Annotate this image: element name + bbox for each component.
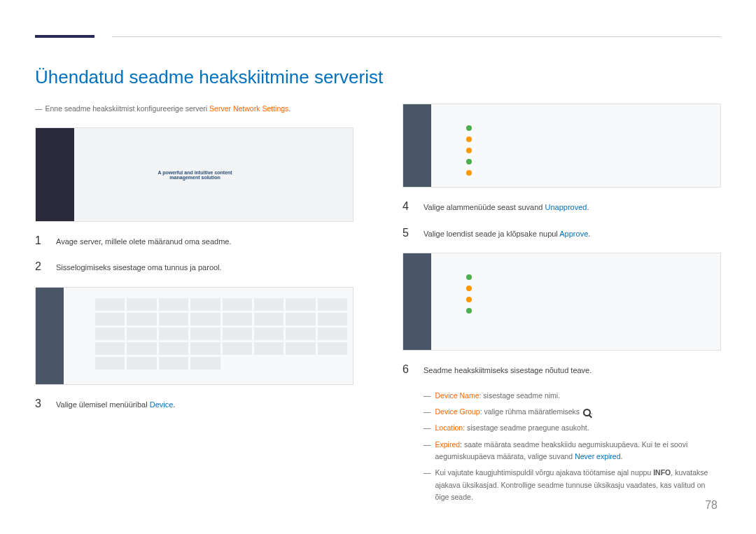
screenshot-login: A powerful and intuitive content managem…	[35, 127, 354, 222]
screenshot-sidebar	[403, 104, 431, 187]
screenshot-main	[64, 288, 353, 384]
screenshot-sidebar	[403, 253, 431, 350]
page-title: Ühendatud seadme heakskiitmine serverist	[35, 66, 721, 88]
content-columns: ―Enne seadme heakskiitmist konfigureerig…	[35, 104, 721, 507]
header-divider	[112, 36, 721, 37]
sub-item-device-name: ― Device Name: sisestage seadme nimi.	[424, 390, 721, 402]
intro-text: Enne seadme heakskiitmist konfigureerige…	[46, 104, 210, 113]
device-link: Device	[150, 400, 174, 409]
never-expired-link: Never expired	[575, 452, 620, 461]
step-text: Seadme heakskiitmiseks sisestage nõutud …	[424, 363, 592, 377]
server-network-settings-link: Server Network Settings	[209, 104, 288, 113]
screenshot-sidebar	[36, 288, 64, 384]
approve-link: Approve	[559, 230, 588, 238]
unapproved-link: Unapproved	[545, 203, 587, 211]
sub-item-info-note: ― Kui vajutate kaugjuhtimispuldil võrgu …	[424, 467, 721, 503]
step-3: 3 Valige ülemisel menüüribal Device.	[35, 398, 354, 412]
step-5: 5 Valige loendist seade ja klõpsake nupu…	[402, 227, 721, 241]
sub-item-expired: ― Expired: saate määrata seadme heakskii…	[424, 439, 721, 463]
step-number: 2	[35, 260, 43, 273]
screenshot-approve-form	[402, 253, 721, 351]
step-6-sublist: ― Device Name: sisestage seadme nimi. ― …	[424, 390, 721, 504]
right-column: 4 Valige alammenüüde seast suvand Unappr…	[402, 104, 721, 507]
sub-item-location: ― Location: sisestage seadme praegune as…	[424, 422, 721, 434]
sub-item-device-group: ― Device Group: valige rühma määratlemis…	[424, 406, 721, 418]
screenshot-device-grid	[35, 287, 354, 385]
step-4: 4 Valige alammenüüde seast suvand Unappr…	[402, 200, 721, 214]
screenshot-main	[431, 104, 720, 187]
step-text: Avage server, millele olete määranud oma…	[56, 234, 232, 248]
step-number: 5	[402, 227, 411, 239]
screenshot-unapproved-list	[402, 104, 721, 188]
step-number: 3	[35, 398, 43, 410]
magnifier-icon	[583, 409, 591, 416]
step-text: Valige alammenüüde seast suvand Unapprov…	[424, 200, 589, 214]
header-accent-bar	[35, 35, 94, 38]
screenshot-main: A powerful and intuitive content managem…	[74, 128, 353, 221]
step-1: 1 Avage server, millele olete määranud o…	[35, 234, 354, 248]
screenshot-sidebar	[36, 128, 74, 221]
step-number: 1	[35, 234, 43, 247]
left-column: ―Enne seadme heakskiitmist konfigureerig…	[35, 104, 354, 507]
intro-note: ―Enne seadme heakskiitmist konfigureerig…	[35, 104, 354, 115]
dash: ―	[35, 104, 43, 113]
screenshot-tagline: A powerful and intuitive content managem…	[158, 170, 232, 180]
step-6: 6 Seadme heakskiitmiseks sisestage nõutu…	[402, 363, 721, 377]
screenshot-main	[431, 253, 720, 350]
step-text: Valige ülemisel menüüribal Device.	[56, 398, 175, 412]
dot: .	[288, 104, 290, 113]
step-2: 2 Sisselogimiseks sisestage oma tunnus j…	[35, 260, 354, 274]
step-text: Sisselogimiseks sisestage oma tunnus ja …	[56, 260, 222, 274]
step-number: 4	[402, 200, 411, 213]
step-text: Valige loendist seade ja klõpsake nupul …	[424, 227, 590, 241]
page-number: 78	[705, 499, 718, 512]
step-number: 6	[402, 363, 411, 376]
